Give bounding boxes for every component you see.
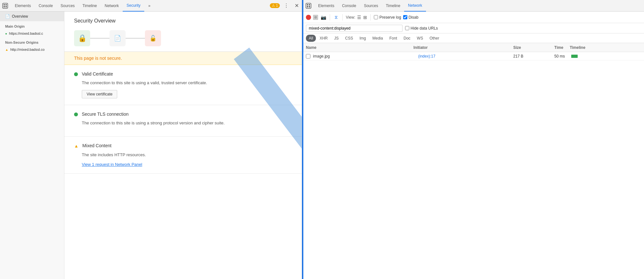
filter-input[interactable] (306, 25, 402, 32)
type-tab-all[interactable]: All (306, 35, 316, 42)
sidebar-overview-label: Overview (12, 14, 28, 19)
type-tab-other[interactable]: Other (427, 35, 442, 42)
sidebar-item-overview[interactable]: 📄 Overview (0, 12, 64, 21)
right-tab-timeline[interactable]: Timeline (382, 0, 404, 12)
row-checkbox[interactable] (306, 54, 310, 59)
view-network-link[interactable]: View 1 request in Network Panel (82, 162, 142, 167)
right-tab-console[interactable]: Console (338, 0, 360, 12)
close-btn[interactable]: ✕ (293, 2, 300, 10)
broken-lock-icon: 🔓 (145, 30, 161, 46)
security-title: Security Overview (74, 18, 292, 24)
left-tab-bar: Elements Console Sources Timeline Networ… (0, 0, 302, 12)
tab-bar-actions: ⚠ 1 ⋮ ✕ (270, 2, 300, 10)
valid-cert-section: Valid Certificate The connection to this… (64, 65, 302, 105)
view-grid-btn[interactable]: ⊞ (363, 15, 367, 20)
menu-btn[interactable]: ⋮ (282, 2, 290, 10)
hide-data-urls-checkbox[interactable] (405, 26, 409, 30)
type-tab-css[interactable]: CSS (342, 35, 356, 42)
mixed-header: ▲ Mixed Content (74, 143, 292, 148)
preserve-log-checkbox-label[interactable]: Preserve log (374, 15, 401, 20)
svg-rect-10 (309, 6, 310, 7)
net-table-header: Name Initiator Size Time Timeline (303, 43, 644, 52)
sidebar-non-secure-origin[interactable]: ▲ http://mixed.badssl.co (0, 46, 64, 53)
tab-security[interactable]: Security (123, 0, 144, 12)
tab-sources[interactable]: Sources (57, 0, 79, 12)
col-header-timeline: Timeline (570, 45, 641, 50)
record-button[interactable] (306, 15, 311, 20)
non-secure-url: http://mixed.badssl.co (10, 48, 44, 51)
row-initiator[interactable]: (index):17 (418, 54, 488, 59)
valid-cert-desc: The connection to this site is using a v… (82, 80, 292, 86)
tab-console[interactable]: Console (35, 0, 57, 12)
toolbar-sep-3 (370, 14, 371, 21)
type-tab-img[interactable]: Img (357, 35, 369, 42)
origin-warning-dot: ▲ (5, 48, 8, 51)
svg-rect-9 (307, 6, 308, 7)
stop-button[interactable]: ⊘ (313, 15, 318, 20)
warning-banner: This page is not secure. (64, 52, 302, 65)
svg-rect-1 (4, 4, 5, 5)
warning-badge: ⚠ 1 (270, 3, 280, 8)
toolbar-sep-2 (342, 14, 343, 21)
tab-network[interactable]: Network (101, 0, 123, 12)
right-tab-network[interactable]: Network (404, 0, 426, 12)
sidebar-main-origin-title: Main Origin (0, 21, 64, 30)
type-tab-doc[interactable]: Doc (401, 35, 413, 42)
disable-cache-checkbox-label[interactable]: Disab (403, 15, 419, 20)
preserve-log-label: Preserve log (379, 15, 401, 20)
svg-rect-4 (5, 6, 7, 7)
row-size: 217 B (488, 54, 530, 59)
row-time: 50 ms (530, 54, 571, 59)
camera-button[interactable]: 📷 (320, 15, 327, 20)
right-tab-bar: Elements Console Sources Timeline Networ… (303, 0, 644, 12)
tab-timeline[interactable]: Timeline (79, 0, 101, 12)
type-tab-js[interactable]: JS (331, 35, 342, 42)
hide-data-urls-label[interactable]: Hide data URLs (405, 26, 438, 31)
svg-rect-6 (306, 3, 311, 8)
table-row[interactable]: image.jpg (index):17 217 B 50 ms (303, 52, 644, 60)
svg-rect-8 (309, 4, 310, 5)
type-tab-ws[interactable]: WS (414, 35, 426, 42)
sidebar-non-secure-title: Non-Secure Origins (0, 37, 64, 46)
col-header-initiator: Initiator (413, 45, 485, 50)
right-tab-elements[interactable]: Elements (314, 0, 338, 12)
tab-elements[interactable]: Elements (11, 0, 35, 12)
type-tab-font[interactable]: Font (386, 35, 400, 42)
type-tab-xhr[interactable]: XHR (317, 35, 330, 42)
preserve-log-checkbox[interactable] (374, 15, 378, 19)
mixed-desc: The site includes HTTP resources. (82, 152, 292, 158)
tls-section: Secure TLS connection The connection to … (64, 105, 302, 137)
mixed-content-section: ▲ Mixed Content The site includes HTTP r… (64, 137, 302, 174)
col-header-size: Size (485, 45, 527, 50)
timeline-bar (571, 55, 578, 58)
security-header: Security Overview 🔒 📄 🔓 (64, 12, 302, 52)
more-tabs-btn[interactable]: » (144, 0, 154, 12)
security-icons-row: 🔒 📄 🔓 (74, 30, 292, 46)
devtools-logo (1, 2, 9, 10)
valid-cert-title: Valid Certificate (82, 71, 113, 76)
right-tab-sources[interactable]: Sources (360, 0, 382, 12)
type-filter-bar: All XHR JS CSS Img Media Font Doc WS Oth… (303, 33, 644, 43)
connector-line-2 (126, 38, 145, 39)
main-origin-url: https://mixed.badssl.c (9, 32, 43, 35)
col-header-name: Name (306, 45, 413, 50)
type-tab-media[interactable]: Media (370, 35, 386, 42)
view-certificate-button[interactable]: View certificate (82, 90, 117, 98)
filter-button[interactable]: ⧖ (333, 14, 339, 20)
lock-icon: 🔒 (74, 30, 90, 46)
right-devtools-logo (305, 2, 312, 10)
view-list-btn[interactable]: ☰ (357, 15, 361, 20)
disable-cache-checkbox[interactable] (403, 15, 407, 19)
origin-green-dot: ● (5, 32, 7, 35)
right-devtools-panel: Elements Console Sources Timeline Networ… (303, 0, 644, 279)
connector-line-1 (90, 38, 109, 39)
sidebar-main-origin[interactable]: ● https://mixed.badssl.c (0, 30, 64, 37)
col-header-time: Time (527, 45, 570, 50)
left-main-content: 📄 Overview Main Origin ● https://mixed.b… (0, 12, 302, 279)
svg-rect-3 (4, 6, 5, 7)
tls-desc: The connection to this site is using a s… (82, 120, 292, 126)
valid-cert-header: Valid Certificate (74, 71, 292, 76)
disable-cache-label: Disab (409, 15, 419, 20)
hide-data-urls-text: Hide data URLs (411, 26, 438, 31)
page-icon: 📄 (109, 30, 126, 46)
